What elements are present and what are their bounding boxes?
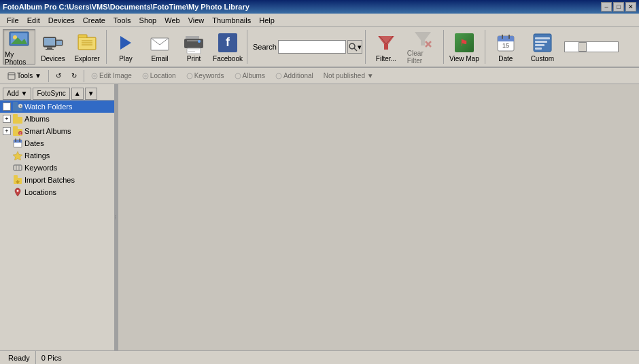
svg-rect-21 bbox=[188, 50, 199, 50]
svg-rect-22 bbox=[188, 51, 195, 52]
devices-button[interactable]: Devices bbox=[37, 29, 69, 65]
date-button[interactable]: 15 Date bbox=[488, 29, 523, 65]
email-icon bbox=[149, 32, 171, 54]
tree-item-keywords[interactable]: Keywords bbox=[0, 162, 114, 174]
menu-item-thumbnails[interactable]: Thumbnails bbox=[208, 15, 255, 26]
tree-item-locations[interactable]: Locations bbox=[0, 186, 114, 198]
play-label: Play bbox=[119, 55, 132, 62]
my-photos-icon bbox=[8, 28, 30, 50]
print-button[interactable]: Print bbox=[177, 29, 210, 65]
clear-filter-button[interactable]: Clear Filter bbox=[405, 29, 441, 65]
minimize-button[interactable]: – bbox=[601, 2, 612, 12]
clear-filter-icon bbox=[412, 29, 434, 48]
resize-handle[interactable] bbox=[116, 84, 118, 350]
sidebar-up-button[interactable]: ▲ bbox=[71, 88, 84, 100]
tree-item-smart-albums[interactable]: + S Smart Albums bbox=[0, 125, 114, 137]
search-label: Search bbox=[253, 43, 277, 51]
devices-label: Devices bbox=[41, 55, 65, 62]
close-button[interactable]: ✕ bbox=[625, 2, 636, 12]
status-bar: Ready 0 Pics bbox=[0, 350, 639, 364]
keywords-label: Keywords bbox=[24, 164, 57, 172]
menu-item-help[interactable]: Help bbox=[255, 15, 279, 26]
location-button[interactable]: Location bbox=[137, 69, 181, 83]
view-map-button[interactable]: ⚑ View Map bbox=[447, 29, 482, 65]
published-button[interactable]: Not published ▼ bbox=[319, 69, 379, 83]
search-input[interactable] bbox=[278, 40, 346, 54]
tb2-separator-1 bbox=[48, 70, 49, 82]
expand-albums[interactable]: + bbox=[3, 115, 11, 123]
filter-button[interactable]: Filter... bbox=[368, 29, 404, 65]
filter-icon bbox=[375, 32, 397, 54]
search-button[interactable]: ▾ bbox=[347, 40, 362, 54]
content-area bbox=[118, 84, 639, 350]
secondary-toolbar: Tools ▼ ↺ ↻ Edit Image Location Keywords… bbox=[0, 68, 639, 84]
ratings-tree-icon bbox=[12, 150, 23, 161]
play-button[interactable]: Play bbox=[109, 29, 142, 65]
tree-item-albums[interactable]: + Albums bbox=[0, 113, 114, 125]
tree-item-ratings[interactable]: Ratings bbox=[0, 149, 114, 162]
menu-item-create[interactable]: Create bbox=[79, 15, 109, 26]
thumbnail-size-slider[interactable] bbox=[564, 41, 619, 52]
tools-button[interactable]: Tools ▼ bbox=[3, 69, 46, 83]
tree-item-watch-folders[interactable]: – Watch Folders bbox=[0, 101, 114, 113]
ratings-label: Ratings bbox=[24, 151, 50, 160]
expand-smart-albums[interactable]: + bbox=[3, 127, 11, 135]
tb2-separator-2 bbox=[84, 70, 84, 82]
svg-rect-9 bbox=[56, 41, 62, 45]
refresh-forward-button[interactable]: ↻ bbox=[67, 69, 82, 83]
sidebar-header: Add ▼ FotoSync ▲ ▼ bbox=[0, 87, 114, 101]
albums-label: Albums bbox=[24, 115, 50, 123]
explorer-button[interactable]: Explorer bbox=[71, 29, 103, 65]
custom-button[interactable]: Custom bbox=[525, 29, 560, 65]
tree-item-import-batches[interactable]: Import Batches bbox=[0, 174, 114, 186]
svg-rect-17 bbox=[186, 36, 199, 39]
smart-albums-tree-icon: S bbox=[12, 126, 23, 136]
import-batches-label: Import Batches bbox=[24, 176, 75, 184]
custom-icon bbox=[532, 32, 553, 54]
my-photos-label: My Photos bbox=[5, 51, 33, 66]
menu-item-view[interactable]: View bbox=[184, 15, 209, 26]
svg-marker-68 bbox=[13, 151, 22, 160]
svg-point-24 bbox=[349, 43, 355, 49]
menu-item-file[interactable]: File bbox=[3, 15, 23, 26]
svg-rect-59 bbox=[13, 114, 18, 117]
explorer-icon bbox=[76, 32, 98, 54]
additional-button[interactable]: Additional bbox=[271, 69, 318, 83]
svg-point-47 bbox=[93, 75, 96, 77]
menu-item-web[interactable]: Web bbox=[160, 15, 184, 26]
svg-rect-54 bbox=[13, 102, 18, 105]
svg-rect-6 bbox=[47, 48, 52, 49]
svg-rect-5 bbox=[44, 38, 55, 46]
albums-button[interactable]: Albums bbox=[230, 69, 270, 83]
clear-filter-label: Clear Filter bbox=[407, 50, 438, 65]
menu-bar: FileEditDevicesCreateToolsShopWebViewThu… bbox=[0, 14, 639, 27]
sidebar-down-button[interactable]: ▼ bbox=[85, 88, 97, 100]
status-text: Ready bbox=[3, 351, 36, 364]
my-photos-button[interactable]: My Photos bbox=[3, 29, 35, 65]
menu-item-devices[interactable]: Devices bbox=[44, 15, 79, 26]
menu-item-tools[interactable]: Tools bbox=[109, 15, 135, 26]
add-button[interactable]: Add ▼ bbox=[3, 88, 31, 100]
devices-icon bbox=[42, 32, 64, 54]
refresh-back-button[interactable]: ↺ bbox=[51, 69, 66, 83]
tree-item-dates[interactable]: Dates bbox=[0, 137, 114, 149]
svg-rect-42 bbox=[535, 44, 545, 46]
svg-rect-65 bbox=[14, 140, 22, 143]
print-label: Print bbox=[187, 55, 201, 62]
separator-4 bbox=[443, 30, 444, 64]
facebook-button[interactable]: f Facebook bbox=[211, 29, 244, 65]
keywords-button[interactable]: Keywords bbox=[182, 69, 229, 83]
slider-thumb[interactable] bbox=[578, 42, 587, 52]
svg-rect-12 bbox=[79, 38, 95, 49]
edit-image-icon bbox=[91, 73, 98, 79]
expand-watch-folders[interactable]: – bbox=[3, 103, 11, 111]
maximize-button[interactable]: □ bbox=[613, 2, 624, 12]
edit-image-button[interactable]: Edit Image bbox=[86, 69, 137, 83]
menu-item-edit[interactable]: Edit bbox=[23, 15, 44, 26]
email-button[interactable]: Email bbox=[143, 29, 176, 65]
fotosync-button[interactable]: FotoSync bbox=[33, 88, 69, 100]
play-icon bbox=[115, 32, 137, 54]
separator-2 bbox=[247, 30, 247, 64]
menu-item-shop[interactable]: Shop bbox=[135, 15, 161, 26]
albums-icon bbox=[235, 73, 241, 79]
